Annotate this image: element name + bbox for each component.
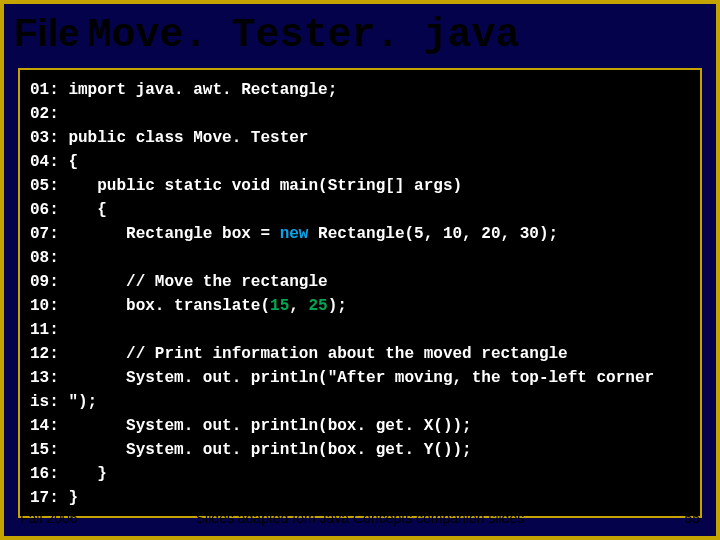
line-number: 04:	[30, 153, 59, 171]
line-number: 05:	[30, 177, 59, 195]
line-number: 11:	[30, 321, 59, 339]
footer-left: Fall 2006	[20, 510, 78, 526]
line-number: 09:	[30, 273, 59, 291]
line-number: 03:	[30, 129, 59, 147]
line-number: 01:	[30, 81, 59, 99]
code-line: 09: // Move the rectangle	[30, 270, 690, 294]
slide: File Move. Tester. java 01: import java.…	[0, 0, 720, 540]
line-number: 02:	[30, 105, 59, 123]
code-line: 03: public class Move. Tester	[30, 126, 690, 150]
code-line: 14: System. out. println(box. get. X());	[30, 414, 690, 438]
code-token: {	[59, 201, 107, 219]
code-token: ,	[289, 297, 308, 315]
code-token: );	[328, 297, 347, 315]
code-block: 01: import java. awt. Rectangle;02: 03: …	[18, 68, 702, 518]
code-line: 10: box. translate(15, 25);	[30, 294, 690, 318]
slide-title: File Move. Tester. java	[4, 4, 716, 64]
code-token: new	[280, 225, 309, 243]
code-token: Rectangle box =	[59, 225, 280, 243]
line-number: 17:	[30, 489, 59, 507]
code-line: 15: System. out. println(box. get. Y());	[30, 438, 690, 462]
code-token: public class Move. Tester	[59, 129, 309, 147]
footer-page: 55	[684, 510, 700, 526]
line-number: 06:	[30, 201, 59, 219]
code-token: Rectangle(5, 10, 20, 30);	[308, 225, 558, 243]
code-token: import java. awt. Rectangle;	[59, 81, 337, 99]
code-token: 25	[308, 297, 327, 315]
line-number: 07:	[30, 225, 59, 243]
code-token	[59, 321, 69, 339]
footer-center: Slides adapted fom Java Concepts compani…	[4, 510, 716, 526]
code-line: 02:	[30, 102, 690, 126]
code-token: 15	[270, 297, 289, 315]
code-token: // Print information about the moved rec…	[59, 345, 568, 363]
code-token	[59, 249, 69, 267]
code-line: 01: import java. awt. Rectangle;	[30, 78, 690, 102]
code-token: public static void main(String[] args)	[59, 177, 462, 195]
code-line: 05: public static void main(String[] arg…	[30, 174, 690, 198]
line-number: 15:	[30, 441, 59, 459]
code-line: 17: }	[30, 486, 690, 510]
code-token: System. out. println(box. get. Y());	[59, 441, 472, 459]
code-line: 13: System. out. println("After moving, …	[30, 366, 690, 414]
title-kind: File	[14, 12, 79, 55]
code-token: box. translate(	[59, 297, 270, 315]
line-number: 10:	[30, 297, 59, 315]
code-line: 12: // Print information about the moved…	[30, 342, 690, 366]
code-token: }	[59, 489, 78, 507]
title-filename: Move. Tester. java	[87, 13, 519, 58]
code-token: }	[59, 465, 107, 483]
code-token: // Move the rectangle	[59, 273, 328, 291]
code-line: 11:	[30, 318, 690, 342]
code-token: System. out. println(box. get. X());	[59, 417, 472, 435]
line-number: 13:	[30, 369, 59, 387]
code-line: 06: {	[30, 198, 690, 222]
line-number: 16:	[30, 465, 59, 483]
code-line: 07: Rectangle box = new Rectangle(5, 10,…	[30, 222, 690, 246]
footer: Fall 2006 Slides adapted fom Java Concep…	[4, 510, 716, 526]
line-number: 12:	[30, 345, 59, 363]
code-token	[59, 105, 69, 123]
line-number: 08:	[30, 249, 59, 267]
code-line: 04: {	[30, 150, 690, 174]
line-number: 14:	[30, 417, 59, 435]
code-token: System. out. println("After moving, the …	[30, 369, 664, 411]
code-token: {	[59, 153, 78, 171]
code-line: 08:	[30, 246, 690, 270]
code-line: 16: }	[30, 462, 690, 486]
